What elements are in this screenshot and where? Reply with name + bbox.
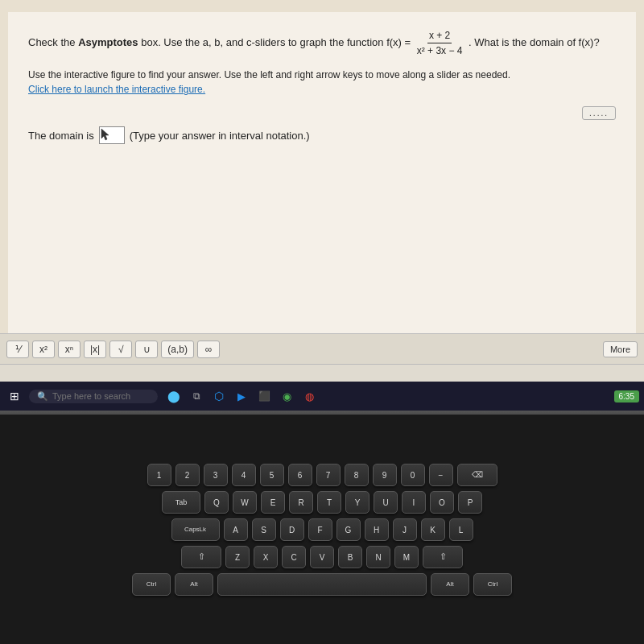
infinity-symbol-btn[interactable]: ∞ — [197, 341, 220, 358]
superscript-symbol-btn[interactable]: x² — [32, 341, 55, 358]
key-2[interactable]: 2 — [175, 464, 200, 486]
key-f[interactable]: F — [308, 518, 332, 541]
key-4[interactable]: 4 — [232, 464, 256, 486]
key-alt-right[interactable]: Alt — [431, 573, 469, 596]
key-c[interactable]: C — [282, 546, 306, 568]
key-t[interactable]: T — [317, 491, 341, 514]
key-j[interactable]: J — [393, 518, 417, 541]
fraction-denominator: x² + 3x − 4 — [415, 43, 464, 58]
fraction-numerator: x + 2 — [427, 28, 452, 43]
asymptotes-bold: Asymptotes — [78, 36, 138, 48]
key-ctrl-right[interactable]: Ctrl — [473, 573, 512, 596]
function-fraction: x + 2 x² + 3x − 4 — [415, 28, 464, 58]
key-y[interactable]: Y — [345, 491, 369, 514]
laptop-screen: Check the Asymptotes box. Use the a, b, … — [0, 0, 644, 411]
key-row-zxcv: ⇧ Z X C V B N M ⇧ — [181, 546, 463, 568]
taskbar: ⊞ 🔍 ⬤ ⧉ ⬡ ▶ ⬛ ◉ ◍ 6:35 — [0, 382, 644, 411]
app-icon-3[interactable]: ◉ — [279, 388, 295, 404]
domain-suffix: (Type your answer in interval notation.) — [130, 130, 310, 142]
key-b[interactable]: B — [338, 546, 362, 568]
key-h[interactable]: H — [365, 518, 389, 541]
app-icon-1[interactable]: ▶ — [233, 388, 250, 404]
key-n[interactable]: N — [366, 546, 390, 568]
key-0[interactable]: 0 — [401, 464, 425, 486]
key-6[interactable]: 6 — [288, 464, 312, 486]
domain-prefix: The domain is — [28, 130, 94, 142]
taskbar-search-bar[interactable]: 🔍 — [29, 390, 158, 403]
key-1[interactable]: 1 — [147, 464, 171, 486]
key-shift-right[interactable]: ⇧ — [423, 546, 463, 568]
search-icon: 🔍 — [37, 391, 48, 402]
key-space[interactable] — [217, 573, 427, 596]
key-e[interactable]: E — [261, 491, 285, 514]
fraction-symbol-btn[interactable]: ⅟ — [6, 341, 29, 358]
key-k[interactable]: K — [421, 518, 445, 541]
start-button[interactable]: ⊞ — [5, 388, 24, 404]
key-caps[interactable]: CapsLk — [171, 518, 220, 541]
key-z[interactable]: Z — [225, 546, 250, 568]
key-s[interactable]: S — [252, 518, 276, 541]
key-x[interactable]: X — [254, 546, 278, 568]
question-text: Check the Asymptotes box. Use the a, b, … — [28, 28, 616, 58]
key-tab[interactable]: Tab — [162, 491, 200, 514]
interval-symbol-btn[interactable]: (a,b) — [161, 341, 194, 358]
union-symbol-btn[interactable]: ∪ — [135, 341, 158, 358]
time-badge: 6:35 — [614, 390, 639, 402]
key-i[interactable]: I — [402, 491, 426, 514]
task-view-icon[interactable]: ⧉ — [188, 388, 204, 404]
key-p[interactable]: P — [458, 491, 482, 514]
key-m[interactable]: M — [394, 546, 419, 568]
cortana-icon[interactable]: ⬤ — [166, 388, 182, 404]
cursor-icon — [100, 128, 111, 141]
dots-row: ..... — [28, 106, 616, 120]
key-3[interactable]: 3 — [204, 464, 228, 486]
key-row-numbers: 1 2 3 4 5 6 7 8 9 0 − ⌫ — [147, 464, 497, 486]
taskbar-right: 6:35 — [614, 390, 639, 402]
key-a[interactable]: A — [224, 518, 248, 541]
key-7[interactable]: 7 — [316, 464, 341, 486]
edge-icon[interactable]: ⬡ — [211, 388, 227, 404]
symbol-toolbar: ⅟ x² xⁿ |x| √ ∪ (a,b) ∞ More — [0, 333, 644, 364]
key-minus[interactable]: − — [429, 464, 453, 486]
nth-power-symbol-btn[interactable]: xⁿ — [58, 341, 80, 358]
absolute-value-symbol-btn[interactable]: |x| — [84, 341, 106, 358]
sqrt-symbol-btn[interactable]: √ — [109, 341, 132, 358]
answer-input[interactable] — [99, 126, 125, 144]
key-backspace[interactable]: ⌫ — [457, 464, 497, 486]
key-o[interactable]: O — [430, 491, 454, 514]
content-area: Check the Asymptotes box. Use the a, b, … — [8, 12, 636, 364]
app-icon-4[interactable]: ◍ — [301, 388, 317, 404]
taskbar-icons: ⬤ ⧉ ⬡ ▶ ⬛ ◉ ◍ — [166, 388, 317, 404]
key-r[interactable]: R — [289, 491, 313, 514]
key-ctrl-left[interactable]: Ctrl — [132, 573, 171, 596]
more-symbols-btn[interactable]: More — [603, 341, 638, 357]
key-8[interactable]: 8 — [345, 464, 369, 486]
keyboard: 1 2 3 4 5 6 7 8 9 0 − ⌫ Tab Q W E R T Y … — [0, 415, 644, 644]
key-d[interactable]: D — [280, 518, 304, 541]
key-l[interactable]: L — [449, 518, 473, 541]
instruction-text: Use the interactive figure to find your … — [28, 69, 616, 80]
key-row-space: Ctrl Alt Alt Ctrl — [132, 573, 512, 596]
key-w[interactable]: W — [233, 491, 257, 514]
key-5[interactable]: 5 — [260, 464, 284, 486]
key-row-qwerty: Tab Q W E R T Y U I O P — [162, 491, 482, 514]
launch-link[interactable]: Click here to launch the interactive fig… — [28, 84, 616, 95]
key-g[interactable]: G — [336, 518, 361, 541]
app-icon-2[interactable]: ⬛ — [256, 388, 272, 404]
key-q[interactable]: Q — [204, 491, 229, 514]
search-input[interactable] — [52, 391, 149, 401]
dots-button[interactable]: ..... — [582, 106, 616, 120]
key-row-asdf: CapsLk A S D F G H J K L — [171, 518, 473, 541]
key-9[interactable]: 9 — [373, 464, 397, 486]
key-alt-left[interactable]: Alt — [175, 573, 213, 596]
key-v[interactable]: V — [310, 546, 334, 568]
key-shift-left[interactable]: ⇧ — [181, 546, 221, 568]
key-u[interactable]: U — [374, 491, 398, 514]
domain-row: The domain is (Type your answer in inter… — [28, 126, 616, 144]
